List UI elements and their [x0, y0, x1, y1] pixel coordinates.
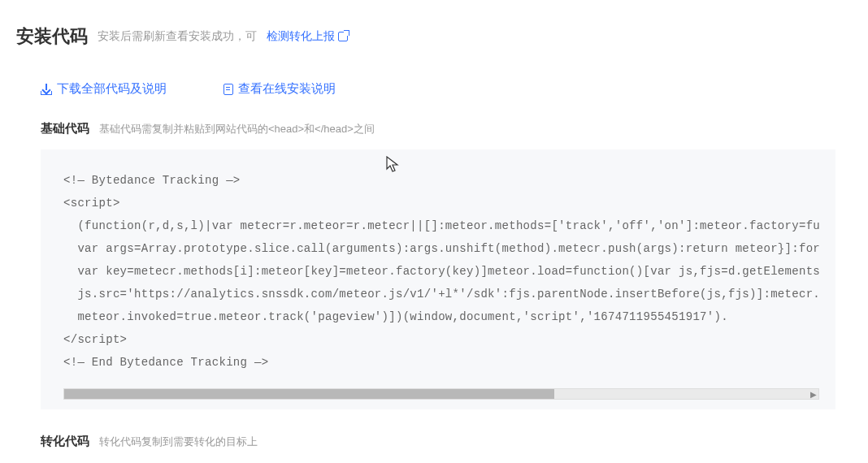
view-doc-label: 查看在线安装说明 [238, 81, 336, 97]
horizontal-scrollbar[interactable]: ◀ ▶ [63, 388, 819, 400]
page-title: 安装代码 [16, 24, 88, 49]
document-icon [224, 84, 233, 95]
download-code-link[interactable]: 下载全部代码及说明 [41, 81, 167, 97]
page-subtitle: 安装后需刷新查看安装成功，可 [98, 29, 257, 44]
code-content[interactable]: <!— Bytedance Tracking —> <script> (func… [63, 169, 819, 374]
scrollbar-thumb[interactable] [64, 389, 554, 399]
base-code-desc: 基础代码需复制并粘贴到网站代码的<head>和</head>之间 [99, 122, 375, 136]
code-block: <!— Bytedance Tracking —> <script> (func… [41, 149, 835, 409]
page-header: 安装代码 安装后需刷新查看安装成功，可 检测转化上报 [16, 24, 852, 49]
scroll-right-arrow[interactable]: ▶ [810, 390, 817, 399]
base-code-title: 基础代码 [41, 121, 89, 136]
convert-code-title: 转化代码 [41, 434, 89, 449]
base-code-section-header: 基础代码 基础代码需复制并粘贴到网站代码的<head>和</head>之间 [41, 121, 852, 136]
download-icon [41, 84, 52, 95]
download-code-label: 下载全部代码及说明 [57, 81, 167, 97]
external-link-icon [338, 32, 348, 41]
convert-code-section-header: 转化代码 转化代码复制到需要转化的目标上 [41, 434, 852, 449]
view-doc-link[interactable]: 查看在线安装说明 [224, 81, 336, 97]
convert-code-desc: 转化代码复制到需要转化的目标上 [99, 435, 258, 449]
action-links-row: 下载全部代码及说明 查看在线安装说明 [41, 81, 852, 97]
verify-link[interactable]: 检测转化上报 [267, 29, 348, 44]
verify-link-label: 检测转化上报 [267, 29, 335, 44]
